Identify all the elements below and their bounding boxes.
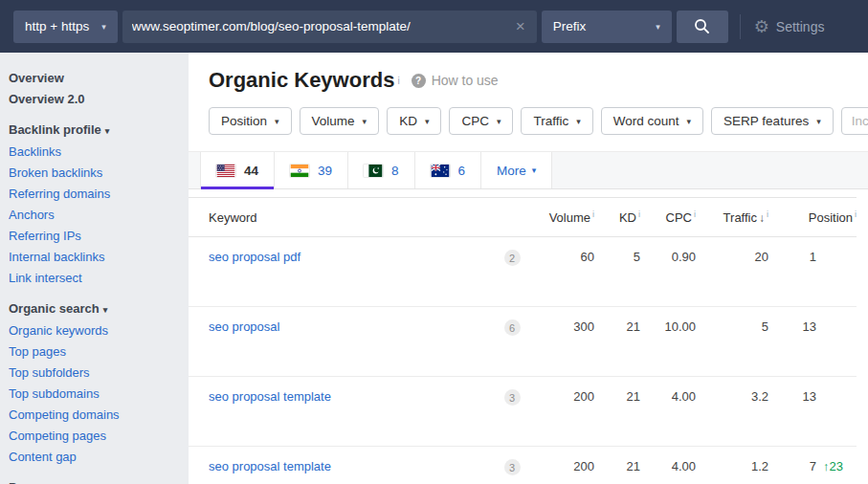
serp-count-badge[interactable]: 3 (504, 389, 521, 406)
header-cpc[interactable]: CPCi (640, 209, 696, 225)
chevron-down-icon: ▾ (816, 117, 821, 126)
sidebar-item-organic-keywords[interactable]: Organic keywords (0, 320, 189, 341)
keyword-link[interactable]: seo proposal (209, 319, 279, 334)
sidebar-item-link-intersect[interactable]: Link intersect (0, 268, 189, 289)
filter-position[interactable]: Position▾ (209, 107, 292, 135)
volume-value: 200 (531, 389, 594, 404)
tab-pakistan[interactable]: 8 (348, 152, 415, 188)
tab-count: 39 (318, 164, 332, 178)
sidebar-section-pages[interactable]: Pages▾ (0, 477, 189, 484)
filter-word-count[interactable]: Word count▾ (601, 107, 703, 135)
filter-serp-features[interactable]: SERP features▾ (711, 107, 834, 135)
info-icon: i (855, 209, 857, 219)
sidebar-section-organic-search[interactable]: Organic search▾ (0, 298, 189, 320)
filter-volume[interactable]: Volume▾ (300, 107, 380, 135)
chevron-down-icon: ▾ (497, 117, 501, 126)
kd-value: 21 (594, 389, 640, 404)
serp-count-badge[interactable]: 2 (504, 250, 521, 266)
sidebar-item-top-subdomains[interactable]: Top subdomains (0, 384, 189, 405)
australia-flag-icon (431, 165, 450, 177)
clear-icon[interactable]: × (514, 17, 527, 36)
header-kd[interactable]: KDi (594, 209, 640, 225)
pakistan-flag-icon (364, 165, 383, 177)
chevron-down-icon: ▾ (532, 165, 537, 175)
table-row: seo proposal template 3 200 21 4.00 3.2 … (189, 377, 857, 447)
gear-icon: ⚙ (754, 18, 769, 35)
tab-count: 44 (244, 164, 258, 178)
sidebar-item-referring-ips[interactable]: Referring IPs (0, 226, 189, 247)
search-button[interactable] (677, 11, 728, 43)
chevron-down-icon: ▾ (425, 117, 430, 126)
filter-cpc[interactable]: CPC▾ (449, 107, 513, 135)
kd-value: 21 (594, 319, 640, 334)
table-row: seo proposal template 3 200 21 4.00 1.2 … (189, 447, 857, 484)
sidebar-item-competing-pages[interactable]: Competing pages (0, 426, 189, 447)
tab-india[interactable]: 39 (275, 152, 348, 188)
table-row: seo proposal 6 300 21 10.00 5 13 (189, 307, 857, 377)
position-value: 13 (768, 389, 816, 404)
sidebar-item-overview-2[interactable]: Overview 2.0 (0, 89, 189, 110)
search-icon (694, 18, 710, 34)
traffic-value: 3.2 (696, 389, 768, 404)
header-position[interactable]: Positioni (768, 209, 857, 225)
chevron-down-icon: ▾ (101, 22, 106, 32)
filter-kd[interactable]: KD▾ (387, 107, 441, 135)
mode-select[interactable]: Prefix ▾ (542, 11, 672, 43)
tabs-more-button[interactable]: More ▾ (481, 152, 552, 188)
info-icon: i (397, 76, 399, 86)
chevron-down-icon: ▾ (687, 117, 692, 126)
main-content: Organic Keywords i ? How to use Position… (189, 53, 868, 484)
tab-count: 6 (458, 164, 466, 178)
kd-value: 5 (594, 250, 640, 264)
how-to-use-link[interactable]: How to use (432, 73, 499, 88)
chevron-down-icon: ▾ (105, 126, 110, 136)
sidebar-section-backlink-profile[interactable]: Backlink profile▾ (0, 120, 189, 142)
sidebar-item-competing-domains[interactable]: Competing domains (0, 405, 189, 426)
chevron-down-icon: ▾ (103, 305, 108, 315)
settings-button[interactable]: ⚙ Settings (754, 18, 825, 35)
mode-select-value: Prefix (553, 19, 587, 33)
position-value: 13 (768, 319, 816, 334)
protocol-select[interactable]: http + https ▾ (13, 11, 118, 43)
traffic-value: 20 (696, 250, 768, 264)
include-input[interactable] (841, 107, 868, 135)
sidebar-item-broken-backlinks[interactable]: Broken backlinks (0, 163, 189, 184)
sidebar-item-referring-domains[interactable]: Referring domains (0, 184, 189, 205)
kd-value: 21 (594, 459, 640, 473)
settings-label: Settings (776, 19, 825, 34)
filter-traffic[interactable]: Traffic▾ (521, 107, 592, 135)
serp-count-badge[interactable]: 3 (504, 459, 521, 475)
volume-value: 200 (531, 459, 594, 473)
url-input[interactable] (132, 19, 514, 33)
keywords-table: Keyword Volumei KDi CPCi Traffic↓i Posit… (189, 197, 868, 484)
sidebar-item-top-pages[interactable]: Top pages (0, 341, 189, 363)
sidebar-item-content-gap[interactable]: Content gap (0, 447, 189, 468)
sidebar-item-backlinks[interactable]: Backlinks (0, 142, 189, 163)
india-flag-icon (290, 165, 309, 177)
cpc-value: 0.90 (640, 250, 696, 264)
tab-australia[interactable]: 6 (415, 152, 482, 188)
united-states-flag-icon (216, 165, 235, 177)
keyword-link[interactable]: seo proposal template (209, 459, 331, 473)
sidebar-item-internal-backlinks[interactable]: Internal backlinks (0, 247, 189, 268)
question-icon[interactable]: ? (412, 74, 426, 88)
tab-united-states[interactable]: 44 (200, 152, 275, 188)
sidebar-item-anchors[interactable]: Anchors (0, 205, 189, 226)
serp-count-badge[interactable]: 6 (504, 319, 521, 336)
sidebar-item-overview[interactable]: Overview (0, 68, 189, 89)
keyword-link[interactable]: seo proposal pdf (209, 250, 300, 264)
url-input-wrap: × (122, 11, 537, 43)
protocol-select-value: http + https (25, 19, 89, 33)
header-volume[interactable]: Volumei (531, 209, 594, 225)
header-keyword[interactable]: Keyword (189, 210, 493, 225)
filter-bar: Position▾ Volume▾ KD▾ CPC▾ Traffic▾ Word… (189, 107, 868, 136)
table-row: seo proposal pdf 2 60 5 0.90 20 1 (189, 237, 857, 307)
topbar: http + https ▾ × Prefix ▾ ⚙ Settings (0, 0, 868, 53)
table-header-row: Keyword Volumei KDi CPCi Traffic↓i Posit… (189, 197, 857, 237)
keyword-link[interactable]: seo proposal template (209, 389, 331, 404)
sidebar-item-top-subfolders[interactable]: Top subfolders (0, 363, 189, 384)
chevron-down-icon: ▾ (656, 22, 660, 32)
header-traffic[interactable]: Traffic↓i (696, 209, 768, 225)
cpc-value: 10.00 (640, 319, 696, 334)
sidebar: Overview Overview 2.0 Backlink profile▾ … (0, 53, 189, 484)
